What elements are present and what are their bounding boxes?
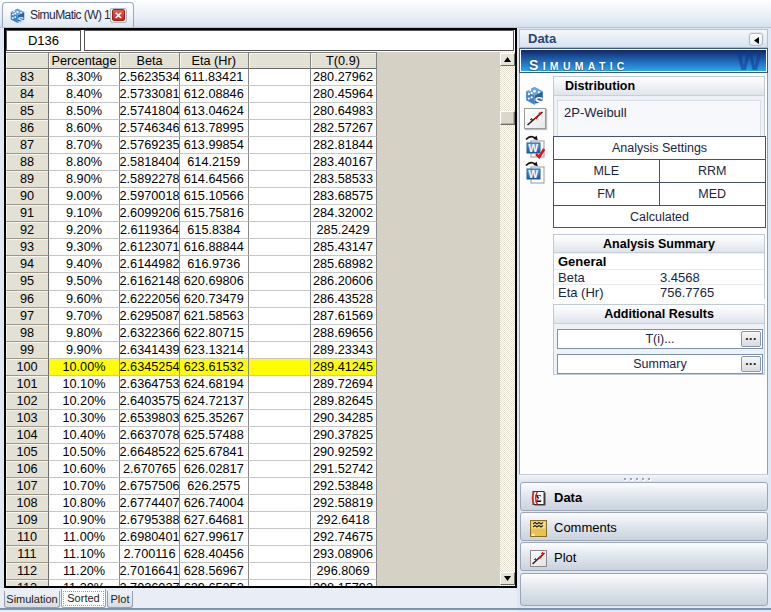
svg-text:W: W: [529, 169, 539, 180]
svg-text:S: S: [535, 94, 544, 106]
svg-text:W: W: [529, 143, 539, 154]
